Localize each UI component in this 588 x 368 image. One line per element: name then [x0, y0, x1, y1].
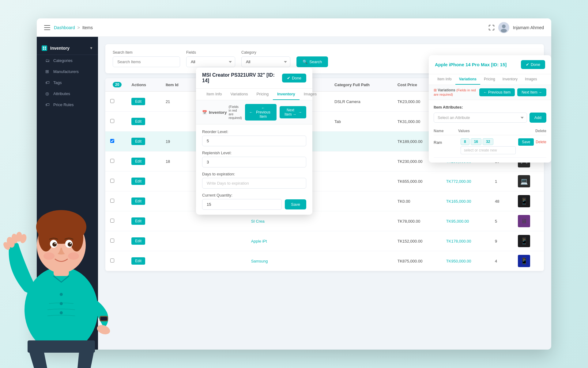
thumb-icon-6: 🖥 [521, 218, 527, 225]
attr-save-button-ram[interactable]: Save [518, 138, 534, 146]
sidebar-inventory-header[interactable]: Inventory ▼ [37, 42, 98, 55]
edit-button-1[interactable]: Edit [131, 118, 145, 125]
reorder-input[interactable] [202, 136, 306, 146]
fullscreen-icon[interactable] [488, 25, 495, 31]
cell-cost: TK0.00 [393, 191, 441, 211]
item-thumbnail-8: 📱 [518, 255, 530, 267]
right-tab-item-info[interactable]: Item Info [434, 74, 455, 85]
table-row: Edit Samsung TK875,000.00 TK950,000.00 4… [105, 251, 544, 271]
cell-actions: Edit [126, 171, 161, 191]
sidebar-item-price-rules[interactable]: 🏷 Price Rules [37, 99, 98, 110]
attr-delete-link-ram[interactable]: Delete [536, 140, 546, 144]
quantity-save-button[interactable]: Save [285, 199, 306, 209]
search-button[interactable]: 🔍 Search [296, 56, 328, 67]
item-link-8[interactable]: Samsung [251, 259, 268, 263]
cell-cost: TK78,000.00 [393, 211, 441, 231]
expiration-input[interactable] [202, 178, 306, 189]
cell-id [161, 112, 192, 132]
item-link-6[interactable]: SI Crea [251, 219, 265, 224]
cell-sell: TK772,000.00 [441, 171, 490, 191]
edit-button-8[interactable]: Edit [131, 257, 145, 265]
cell-actions: Edit [126, 191, 161, 211]
quantity-input[interactable] [202, 199, 282, 210]
right-panel-done-button[interactable]: ✔ Done [521, 60, 545, 69]
attr-tag-32[interactable]: 32 [483, 138, 493, 145]
right-prev-button[interactable]: ← Previous Item [479, 88, 515, 96]
tab-item-info[interactable]: Item Info [202, 89, 226, 100]
edit-button-4[interactable]: Edit [131, 178, 145, 185]
sidebar-item-attributes[interactable]: ◎ Attributes [37, 88, 98, 99]
right-done-icon: ✔ [526, 62, 529, 67]
sidebar-title: Inventory [50, 46, 86, 51]
table-row: Edit SI Crea TK78,000.00 TK95,000.00 5 🖥 [105, 211, 544, 231]
right-tab-inventory[interactable]: Inventory [499, 74, 521, 85]
attr-tag-8[interactable]: 8 [461, 138, 469, 145]
breadcrumb-dashboard[interactable]: Dashboard [54, 25, 75, 30]
replenish-input[interactable] [202, 157, 306, 167]
app-window: Dashboard > Items Injamam Ahmed [37, 18, 551, 350]
col-item-id: Item Id [161, 78, 192, 91]
right-tab-pricing[interactable]: Pricing [480, 74, 499, 85]
sidebar: Inventory ▼ 🗂 Categories ⊞ Manufacturers… [37, 37, 98, 350]
attr-actions-ram: Save Delete [518, 138, 546, 146]
sidebar-item-categories[interactable]: 🗂 Categories [37, 55, 98, 66]
svg-rect-3 [43, 47, 44, 48]
row-checkbox-7[interactable] [110, 239, 114, 243]
cell-checkbox [105, 151, 126, 171]
add-attribute-button[interactable]: Add [530, 113, 546, 123]
cell-id [161, 191, 192, 211]
edit-button-2[interactable]: Edit [131, 138, 145, 145]
item-link-7[interactable]: Apple iPt [251, 239, 267, 243]
svg-rect-6 [45, 48, 46, 50]
cell-thumb: 💻 [513, 171, 544, 191]
attr-tag-16[interactable]: 16 [471, 138, 481, 145]
row-checkbox-2[interactable] [110, 139, 114, 143]
hamburger-icon[interactable] [44, 25, 50, 30]
edit-button-3[interactable]: Edit [131, 158, 145, 165]
row-checkbox-0[interactable] [110, 99, 114, 103]
thumb-icon-5: 📱 [520, 197, 528, 205]
cell-id [161, 171, 192, 191]
inventory-prev-button[interactable]: ← ← Previous Item [245, 104, 277, 121]
price-rules-icon: 🏷 [45, 102, 50, 107]
cell-category: Tab [330, 112, 393, 132]
row-checkbox-4[interactable] [110, 179, 114, 183]
row-checkbox-5[interactable] [110, 199, 114, 203]
row-checkbox-6[interactable] [110, 219, 114, 223]
tab-pricing[interactable]: Pricing [252, 89, 273, 100]
edit-button-7[interactable]: Edit [131, 237, 145, 245]
cell-checkbox [105, 191, 126, 211]
attr-value-input-ram[interactable] [461, 146, 516, 154]
breadcrumb-separator: > [77, 25, 80, 30]
cell-actions: Edit [126, 151, 161, 171]
inventory-next-button[interactable]: Next Item → → [280, 106, 306, 118]
right-tab-images[interactable]: Images [521, 74, 541, 85]
edit-button-0[interactable]: Edit [131, 98, 145, 105]
cell-category [330, 211, 393, 231]
quantity-label: Current Quantity: [202, 193, 306, 197]
tab-variations[interactable]: Variations [226, 89, 252, 100]
row-checkbox-1[interactable] [110, 119, 114, 123]
row-checkbox-3[interactable] [110, 159, 114, 163]
cell-category [330, 151, 393, 171]
inventory-panel: MSI Creator PS321URV 32" [ID: 14] ✔ Done… [196, 67, 312, 215]
edit-button-5[interactable]: Edit [131, 197, 145, 205]
attribute-select[interactable]: Select an Attribute [434, 113, 527, 123]
attr-header-values: Values [458, 129, 528, 133]
breadcrumb-current: Items [82, 25, 93, 30]
category-select[interactable]: All [241, 56, 290, 67]
right-next-button[interactable]: Next Item → [517, 88, 546, 96]
row-checkbox-8[interactable] [110, 259, 114, 263]
inventory-done-button[interactable]: ✔ Done [282, 74, 306, 82]
right-tab-variations[interactable]: Variations [455, 74, 480, 85]
cell-sell: TK178,000.00 [441, 231, 490, 251]
tab-inventory[interactable]: Inventory [273, 89, 300, 100]
sidebar-item-manufacturers[interactable]: ⊞ Manufacturers [37, 66, 98, 77]
fields-select[interactable]: All [186, 56, 235, 67]
cell-actions: Edit [126, 251, 161, 271]
tab-images[interactable]: Images [300, 89, 321, 100]
cell-qty: 9 [490, 231, 513, 251]
edit-button-6[interactable]: Edit [131, 217, 145, 225]
sidebar-item-tags[interactable]: 🏷 Tags [37, 77, 98, 88]
search-input[interactable] [113, 56, 180, 67]
